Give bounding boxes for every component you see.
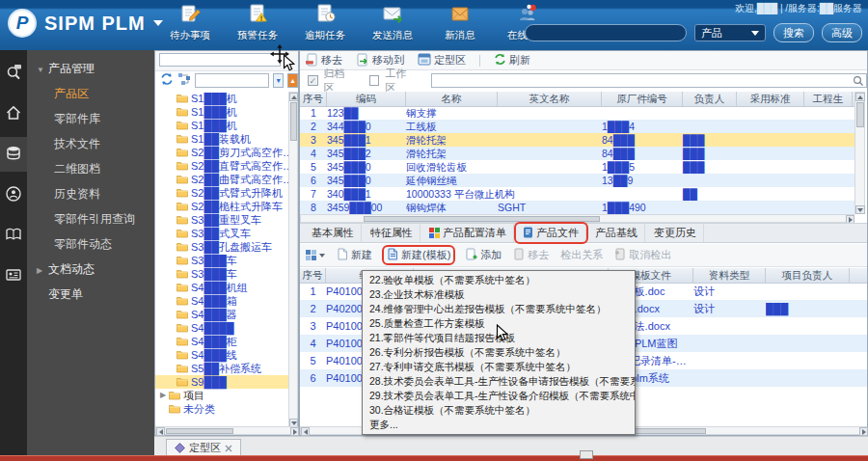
search-next-button[interactable]: ▼ (273, 73, 284, 88)
column-header[interactable]: 英文名称 (498, 92, 602, 106)
side-menu-item[interactable]: 零部件动态 (27, 231, 154, 257)
template-menu-item[interactable]: 27.专利申请交底书模板（不需要系统中签名） (363, 360, 635, 374)
tree-horizontal-scrollbar[interactable] (155, 426, 298, 435)
add-file-button[interactable]: 添加 (465, 248, 502, 262)
template-menu-item[interactable]: 29.技术委员会表单工具-生产性设备介绍模板（不需要系统中签名） (363, 389, 635, 403)
template-menu-item[interactable]: 21.零部件等代项目结题报告模板 (363, 331, 635, 345)
tree-item[interactable]: S4███箱 (155, 294, 288, 308)
refresh-icon[interactable] (160, 72, 174, 88)
tree-item[interactable]: S2██直臂式高空作… (155, 159, 288, 173)
rail-database-button[interactable] (0, 137, 27, 172)
search-category-dropdown[interactable]: 产品 (694, 24, 766, 41)
table-row[interactable]: 5345███0回收滑轮齿板1███5███ (300, 160, 854, 174)
tree-item[interactable]: S3██孔盘搬运车 (155, 240, 288, 254)
column-header[interactable]: 原厂件编号 (602, 92, 683, 106)
side-menu-item[interactable]: 零部件库 (27, 106, 154, 131)
tree-item[interactable]: S1███机 (155, 119, 288, 132)
tab-product-baseline[interactable]: 产品基线 (588, 224, 645, 242)
side-menu-item[interactable]: 历史资料 (27, 181, 154, 206)
side-menu-item[interactable]: 零部件引用查询 (27, 206, 154, 231)
view-mode-button[interactable] (306, 250, 325, 260)
template-menu-item[interactable]: 28.技术委员会表单工具-生产性设备申请报告模板（不需要系统中签名） (363, 374, 635, 389)
new-from-template-button[interactable]: 新建(模板) (384, 247, 453, 263)
archive-zone-checkbox[interactable]: ✓ (308, 75, 318, 86)
remove-file-button[interactable]: 移去 (513, 248, 549, 262)
tree-item[interactable]: 未分类 (155, 402, 288, 416)
tree-expand-icon[interactable]: ▶ (160, 389, 169, 402)
tree-item[interactable]: S4███柜 (155, 335, 288, 348)
template-menu-item[interactable]: 25.质量检查工作方案模板 (363, 316, 635, 331)
cancel-checkout-button[interactable]: 取消检出 (614, 248, 671, 262)
final-zone-tab[interactable]: 定型区 (166, 439, 241, 456)
column-header[interactable]: 序号 (300, 268, 326, 283)
search-prev-button[interactable]: ▲ (287, 73, 298, 88)
todo-items-button[interactable]: 待办事项 (164, 3, 216, 42)
global-search-input[interactable] (525, 24, 687, 41)
tab-basic-attrs[interactable]: 基本属性 (305, 224, 362, 242)
search-button[interactable]: 搜索 (773, 23, 814, 42)
tree-item[interactable]: S2██剪刀式高空作… (155, 146, 288, 159)
parts-table-vscrollbar[interactable] (854, 92, 865, 214)
tree-vertical-scrollbar[interactable] (288, 92, 298, 426)
warning-tasks-button[interactable]: 预警任务 (231, 3, 284, 42)
tree-item[interactable]: S3██重型叉车 (155, 213, 288, 227)
tree-item[interactable]: S4████ (155, 321, 288, 335)
template-menu-item[interactable]: 22.验收单模板（不需要系统中签名） (363, 273, 635, 287)
tab-product-config[interactable]: 产品配置清单 (422, 224, 514, 242)
locate-node-icon[interactable] (177, 72, 191, 88)
checkout-relation-button[interactable]: 检出关系 (560, 248, 603, 262)
template-menu-item[interactable]: 24.维修管理中心出差报告模板（不需要系统中签名） (363, 302, 635, 316)
resize-handle[interactable] (580, 450, 593, 459)
column-header[interactable]: 工程生 (804, 92, 853, 106)
table-row[interactable]: 1123██钢支撑 (300, 106, 854, 120)
rail-idcard-button[interactable] (0, 258, 27, 293)
column-header[interactable]: 名称 (406, 92, 498, 106)
parts-table-hscrollbar[interactable] (300, 214, 854, 223)
tree-search-input[interactable] (195, 73, 269, 88)
tree-item[interactable]: S3███车 (155, 267, 288, 281)
side-menu-item[interactable]: 二维图档 (27, 156, 154, 181)
column-header[interactable]: 采用标准 (737, 92, 804, 106)
column-header[interactable]: 项目负责人 (766, 268, 850, 283)
new-message-button[interactable]: 新消息 (434, 3, 486, 42)
send-message-button[interactable]: 发送消息 (366, 3, 419, 42)
tree-item[interactable]: S4███线 (155, 348, 288, 362)
close-icon[interactable] (225, 445, 232, 452)
advanced-search-button[interactable]: 高级 (822, 23, 862, 42)
table-row[interactable]: 6345███0延伸钢丝绳13██9 (300, 174, 854, 187)
column-header[interactable]: 编码 (327, 92, 406, 106)
template-menu-item[interactable]: 26.专利分析报告模板（不需要系统中签名） (363, 345, 635, 360)
table-row[interactable]: 83459███00钢钩焊体SGHT1███490 (300, 201, 854, 214)
refresh-button[interactable]: 刷新 (494, 53, 530, 68)
tree-item[interactable]: S9███ (155, 375, 288, 389)
list-filter-input[interactable] (431, 73, 868, 88)
table-row[interactable]: 4345███2滑轮托架84██████ (300, 147, 854, 160)
tree-item[interactable]: ▶项目 (155, 389, 288, 402)
column-header[interactable]: 资料类型 (693, 268, 766, 283)
tree-item[interactable]: S3██式叉车 (155, 227, 288, 240)
app-logo-menu[interactable]: P SIPM PLM (8, 9, 163, 38)
tree-item[interactable]: S1███机 (155, 92, 288, 105)
tab-feature-attrs[interactable]: 特征属性 (364, 224, 420, 242)
final-zone-button[interactable]: 定型区 (418, 53, 466, 68)
tree-item[interactable]: S5██补偿系统 (155, 362, 288, 375)
rail-library-button[interactable] (0, 218, 27, 253)
tree-item[interactable]: S1██装载机 (155, 132, 288, 146)
rail-search-button[interactable] (0, 56, 27, 91)
template-menu-item[interactable]: 30.合格证模板（不需要系统中签名） (363, 403, 635, 418)
tree-item[interactable]: S4███机组 (155, 281, 288, 294)
new-file-button[interactable]: 新建 (337, 248, 372, 262)
table-row[interactable]: 2344███0工线板1███4 (300, 120, 854, 133)
workspace-checkbox[interactable] (369, 75, 380, 86)
tree-item[interactable]: S4███器 (155, 308, 288, 321)
table-row[interactable]: 3345███1滑轮托架84██████ (300, 133, 854, 147)
side-menu-item[interactable]: ▼产品管理 (27, 56, 154, 81)
side-menu-item[interactable]: 产品区 (27, 81, 154, 106)
tree-item[interactable]: S2██曲臂式高空作… (155, 173, 288, 186)
side-menu-item[interactable]: 变更单 (27, 282, 154, 307)
tree-item[interactable]: S2██式臂式升降机 (155, 186, 288, 200)
tree-item[interactable]: S2██桅柱式升降车 (155, 200, 288, 213)
tree-item[interactable]: S3███车 (155, 254, 288, 267)
overdue-tasks-button[interactable]: 逾期任务 (299, 3, 351, 42)
tree-filter-input[interactable] (159, 53, 281, 67)
